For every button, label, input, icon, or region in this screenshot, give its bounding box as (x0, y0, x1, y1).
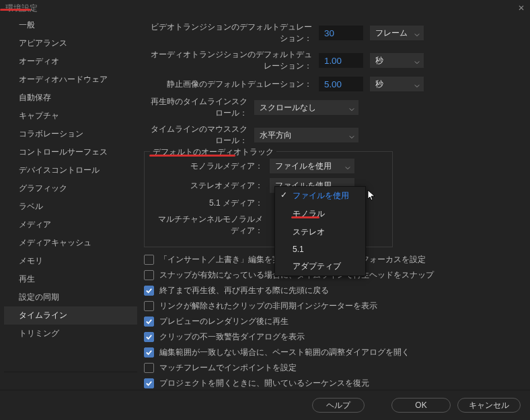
window-title: 環境設定 (5, 3, 38, 14)
select-value: 水平方向 (260, 130, 292, 141)
checkbox-label: プロジェクトを開くときに、開いているシーケンスを復元 (159, 378, 369, 389)
still-image-unit-select[interactable]: 秒 (370, 77, 424, 91)
help-button[interactable]: ヘルプ (312, 398, 365, 413)
chevron-down-icon (349, 132, 354, 142)
checkbox[interactable] (144, 347, 154, 358)
mono-media-label: モノラルメディア： (151, 161, 270, 172)
dropdown-option[interactable]: ファイルを使用 (275, 187, 365, 205)
sidebar-item[interactable]: コントロールサーフェス (4, 143, 137, 161)
checkbox-label: マッチフレームでインポイントを設定 (159, 362, 297, 374)
select-value: 秒 (375, 79, 383, 90)
sidebar-item[interactable]: キャプチャ (4, 107, 137, 125)
audio-transition-label: オーディオトランジションのデフォルトデュレーション： (144, 49, 319, 72)
timeline-scroll-select[interactable]: スクロールなし (254, 100, 358, 115)
checkbox[interactable] (144, 317, 154, 327)
timeline-scroll-label: 再生時のタイムラインスクロール： (144, 96, 254, 119)
sidebar-item[interactable]: メディア (4, 216, 137, 234)
stereo-media-dropdown: ファイルを使用モノラルステレオ5.1アダプティブ (274, 186, 366, 276)
annotation-underline (149, 155, 235, 157)
video-transition-unit-select[interactable]: フレーム (370, 26, 424, 40)
sidebar-item[interactable]: アピアランス (4, 34, 137, 52)
ok-button[interactable]: OK (391, 398, 451, 413)
checkbox[interactable] (144, 255, 154, 265)
checkbox[interactable] (144, 270, 154, 280)
audio-transition-unit-select[interactable]: 秒 (370, 53, 424, 68)
dropdown-option[interactable]: 5.1 (275, 241, 365, 257)
checkbox[interactable] (144, 301, 154, 311)
select-value: 秒 (375, 55, 383, 67)
chevron-down-icon (349, 105, 354, 114)
checkbox[interactable] (144, 286, 154, 296)
dropdown-option[interactable]: モノラル (275, 205, 365, 223)
dropdown-option[interactable]: アダプティブ (275, 257, 365, 276)
video-transition-label: ビデオトランジションのデフォルトデュレーション： (144, 22, 319, 44)
video-transition-input[interactable] (319, 26, 363, 40)
mouse-scroll-label: タイムラインのマウススクロール： (144, 124, 254, 146)
chevron-down-icon (414, 30, 420, 40)
chevron-down-icon (414, 81, 420, 91)
cancel-button[interactable]: キャンセル (457, 398, 521, 413)
select-value: ファイルを使用 (275, 161, 332, 172)
chevron-down-icon (345, 163, 350, 173)
mouse-cursor-icon (367, 190, 377, 204)
dialog-footer: ヘルプ OK キャンセル (0, 390, 530, 420)
chevron-down-icon (414, 58, 420, 67)
mouse-scroll-select[interactable]: 水平方向 (254, 128, 358, 142)
sidebar-item[interactable]: ラベル (4, 198, 137, 216)
checkbox-label: プレビューのレンダリング後に再生 (159, 316, 289, 327)
still-image-label: 静止画像のデフォルトデュレーション： (144, 79, 319, 90)
checkbox[interactable] (144, 363, 154, 373)
sidebar-item[interactable]: 自動保存 (4, 89, 137, 107)
sidebar-item[interactable]: 設定の同期 (4, 288, 137, 306)
sidebar-item[interactable]: デバイスコントロール (4, 161, 137, 179)
close-icon[interactable]: ✕ (518, 3, 525, 13)
sidebar-item[interactable]: タイムライン (4, 306, 137, 325)
checkbox[interactable] (144, 332, 154, 342)
sidebar-item[interactable]: コラボレーション (4, 125, 137, 143)
annotation-underline (291, 216, 319, 218)
content-panel: ビデオトランジションのデフォルトデュレーション： フレーム オーディオトランジシ… (141, 16, 530, 390)
checkbox-label: 編集範囲が一致しない場合に、ペースト範囲の調整ダイアログを開く (159, 347, 410, 358)
audio-transition-input[interactable] (319, 53, 363, 68)
select-value: スクロールなし (260, 102, 316, 114)
stereo-media-label: ステレオメディア： (151, 180, 270, 192)
checkbox[interactable] (144, 378, 154, 388)
sidebar-item[interactable]: メモリ (4, 252, 137, 270)
sidebar-item[interactable]: オーディオハードウェア (4, 71, 137, 89)
select-value: フレーム (375, 28, 408, 39)
sidebar-item[interactable]: オーディオ (4, 52, 137, 71)
sidebar-item[interactable]: グラフィック (4, 179, 137, 198)
multichannel-media-label: マルチチャンネルモノラルメディア： (151, 214, 270, 237)
checkbox-label: クリップの不一致警告ダイアログを表示 (159, 331, 305, 343)
checkbox-label: リンクが解除されたクリップの非同期インジケーターを表示 (159, 300, 377, 312)
five-one-media-label: 5.1 メディア： (151, 198, 270, 209)
mono-media-select[interactable]: ファイルを使用 (270, 159, 354, 173)
sidebar-item[interactable]: 再生 (4, 270, 137, 288)
dropdown-option[interactable]: ステレオ (275, 223, 365, 241)
sidebar: 一般アピアランスオーディオオーディオハードウェア自動保存キャプチャコラボレーショ… (0, 16, 141, 390)
sidebar-item[interactable]: メディアキャッシュ (4, 234, 137, 252)
sidebar-item[interactable]: トリミング (4, 325, 137, 343)
checkbox-label: 終了まで再生後、再び再生する際に先頭に戻る (159, 285, 329, 296)
sidebar-item[interactable]: 一般 (4, 16, 137, 34)
still-image-input[interactable] (319, 77, 363, 91)
annotation-underline (0, 9, 31, 11)
